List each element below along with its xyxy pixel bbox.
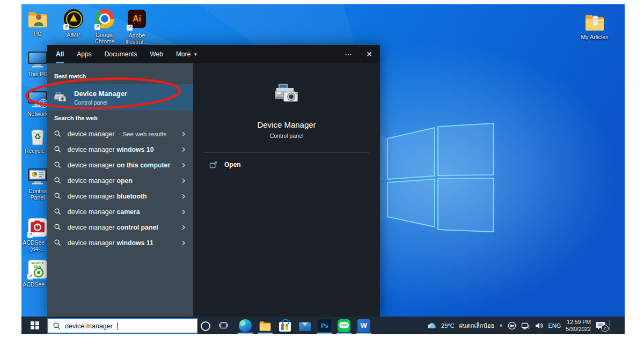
hidden-icons-chevron[interactable]: ∧ [499, 323, 503, 328]
chevron-right-icon [181, 225, 186, 230]
cortana-button[interactable] [201, 321, 210, 331]
tray-weather-desc[interactable]: ฝนตกเล็กน้อย [459, 321, 495, 330]
search-icon [54, 146, 61, 153]
start-button[interactable] [26, 317, 44, 334]
pc-folder-icon [27, 8, 48, 30]
taskbar-app-line[interactable]: LINE [336, 317, 352, 334]
taskbar-app-mail[interactable] [297, 317, 313, 334]
preview-pane: Device Manager Control panel Open [193, 63, 380, 317]
suggestion-bluetooth[interactable]: device managerbluetooth [47, 188, 193, 204]
preview-subtitle: Control panel [193, 133, 380, 139]
tray-temperature[interactable]: 29°C [441, 322, 455, 329]
tab-web[interactable]: Web [150, 45, 163, 63]
notification-count-badge: 2 [601, 325, 609, 332]
weather-cloud-icon[interactable] [428, 321, 436, 330]
search-input-value: device manager [65, 322, 113, 330]
suggestion-control-panel[interactable]: device managercontrol panel [47, 219, 193, 235]
tab-all[interactable]: All [56, 45, 64, 63]
aimp-icon: ↗ [63, 9, 84, 31]
show-desktop-separator[interactable] [609, 320, 610, 330]
close-icon[interactable]: ✕ [366, 50, 372, 58]
tab-apps[interactable]: Apps [77, 45, 91, 63]
search-icon [54, 208, 61, 215]
search-icon [54, 239, 61, 246]
this-pc-icon [27, 48, 48, 70]
search-icon [53, 322, 61, 330]
taskbar-app-word[interactable]: W [356, 317, 372, 334]
suggestion-windows-11[interactable]: device managerwindows 11 [47, 235, 193, 251]
control-panel-icon [27, 165, 48, 187]
recycle-symbol-icon: ♻ [27, 132, 48, 142]
search-icon [54, 130, 61, 137]
taskbar-app-edge[interactable] [237, 317, 253, 334]
desktop-icon-pc[interactable]: PC [23, 8, 53, 37]
desktop-icon-my-articles[interactable]: My Articles [580, 11, 610, 40]
taskbar-app-file-explorer[interactable] [257, 317, 273, 334]
chevron-right-icon [181, 178, 186, 183]
search-icon [54, 161, 61, 168]
my-articles-folder-icon [584, 11, 605, 33]
more-options-icon[interactable]: ⋯ [345, 50, 352, 58]
shortcut-arrow-icon: ↗ [27, 232, 33, 238]
shortcut-arrow-icon: ↗ [27, 274, 33, 280]
suggestion-open[interactable]: device manageropen [47, 173, 193, 188]
clock[interactable]: 12:59 PM 5/30/2022 [566, 319, 591, 333]
windows-logo-icon [31, 321, 39, 330]
word-icon: W [357, 319, 370, 332]
desktop-icon-google-chrome[interactable]: ↗ Google Chrome [90, 8, 120, 45]
chevron-right-icon [181, 209, 186, 215]
tray-time: 12:59 PM [566, 319, 591, 326]
file-explorer-icon [259, 319, 272, 332]
shortcut-arrow-icon: ↗ [94, 24, 100, 30]
tab-more[interactable]: More▼ [176, 45, 197, 63]
chevron-right-icon [181, 163, 186, 168]
search-filter-tabs: All Apps Documents Web More▼ ⋯ ✕ [47, 45, 380, 63]
search-icon [54, 193, 61, 200]
device-manager-icon-large [273, 80, 301, 108]
line-icon: LINE [338, 319, 350, 332]
preview-title: Device Manager [193, 120, 380, 129]
search-the-web-header: Search the web [47, 111, 193, 126]
suggestion-on-this-computer[interactable]: device manageron this computer [47, 157, 193, 173]
search-icon [54, 177, 61, 184]
caret-down-icon: ▼ [193, 52, 197, 57]
taskbar-app-microsoft-store[interactable] [277, 317, 293, 334]
start-search-panel: All Apps Documents Web More▼ ⋯ ✕ Best ma… [47, 45, 380, 317]
best-match-device-manager[interactable]: Device Manager Control panel [47, 84, 193, 111]
volume-icon[interactable] [535, 321, 543, 330]
suggestion-see-web-results[interactable]: device manager- See web results [47, 126, 193, 142]
suggestion-camera[interactable]: device managercamera [47, 204, 193, 219]
illustrator-icon: Ai ↗ [126, 10, 148, 31]
system-tray: 29°C ฝนตกเล็กน้อย ∧ ENG 12:59 PM 5/30/20… [428, 317, 606, 334]
device-manager-icon [53, 91, 67, 105]
taskbar-search-input[interactable]: device manager [47, 318, 198, 334]
mail-icon [299, 322, 311, 331]
task-view-button[interactable] [219, 321, 228, 330]
acdsee-whats-new-icon: WHAT'S NEW ↗ [27, 259, 48, 280]
taskbar: device manager Ps [21, 317, 625, 334]
microsoft-store-icon [279, 322, 291, 332]
desktop-icon-adobe-illustrator[interactable]: Ai ↗ Adobe Illustrat... [122, 8, 152, 45]
desktop-icon-aimp[interactable]: ↗ AIMP [58, 8, 89, 38]
search-results-column: Best match Device Manager Control panel … [47, 63, 193, 317]
text-caret [117, 322, 118, 330]
language-indicator[interactable]: ENG [548, 322, 561, 329]
suggestion-windows-10[interactable]: device managerwindows 10 [47, 142, 193, 157]
open-action[interactable]: Open [193, 152, 380, 177]
tab-documents[interactable]: Documents [105, 45, 137, 63]
chevron-right-icon [181, 240, 186, 246]
open-icon [209, 161, 217, 169]
acdsee-64-icon: ↗ [27, 217, 48, 238]
network-icon [27, 88, 48, 109]
taskbar-app-photoshop[interactable]: Ps [317, 317, 333, 334]
action-center-button[interactable]: 2 [596, 321, 606, 330]
best-match-header: Best match [47, 69, 193, 84]
meet-now-icon[interactable] [508, 321, 516, 330]
chevron-right-icon [181, 194, 186, 199]
edge-icon [239, 319, 252, 332]
whats-new-text: WHAT'S NEW [28, 261, 47, 269]
photoshop-icon: Ps [318, 319, 331, 332]
shortcut-arrow-icon: ↗ [63, 24, 69, 30]
network-icon[interactable] [521, 321, 530, 330]
chevron-right-icon [181, 131, 186, 137]
